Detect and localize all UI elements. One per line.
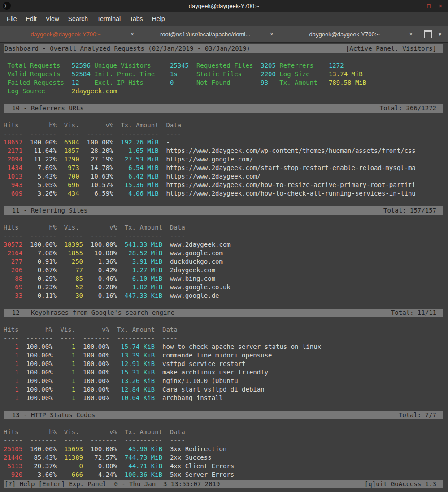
summary-section: Total Requests 52596 Unique Visitors 253…: [4, 61, 443, 96]
terminal-window: ❯_ daygeek@daygeek-Y700:~ _ □ ✕ File Edi…: [0, 0, 448, 492]
tx-amount-cell: 12.91 KiB: [117, 360, 155, 367]
summary-value: 52584: [72, 70, 91, 78]
tab-1-close-icon[interactable]: ✕: [130, 31, 134, 37]
visitors-percent-cell: 0.00%: [91, 462, 117, 470]
summary-value: 12: [72, 79, 91, 86]
column-underlines: ----- ------- ---- ------- ---------- --…: [4, 130, 443, 138]
visitors-percent-cell: 100.00%: [83, 343, 109, 350]
visitors-cell: 250: [64, 258, 83, 265]
summary-label: Log Size: [279, 70, 329, 78]
visitors-cell: 1: [60, 386, 75, 393]
tx-amount-cell: 3.91 MiB: [125, 258, 162, 265]
summary-text: [189, 62, 196, 69]
data-cell: 4xx Client Errors: [170, 462, 234, 470]
table-row: 1 100.00% 1 100.00% 13.26 KiB nginx/1.10…: [4, 377, 443, 385]
table-row: 30572 100.00% 18395 100.00% 541.33 MiB w…: [4, 240, 443, 249]
tab-1[interactable]: daygeek@daygeek-Y700:~ ✕: [0, 26, 139, 42]
footer-bar: [?] Help [Enter] Exp. Panel 0 - Thu Jan …: [4, 480, 443, 488]
hits-percent-cell: 100.00%: [26, 343, 53, 350]
tab-2[interactable]: root@ns1:/usr/local/apache/doml... ✕: [139, 26, 279, 42]
hits-percent-cell: 100.00%: [26, 352, 53, 359]
summary-label: Unique Visitors: [94, 62, 170, 69]
hits-percent-cell: 100.00%: [26, 394, 53, 401]
hits-cell: 33: [4, 292, 22, 299]
active-panel-indicator: [Active Panel: Visitors]: [346, 44, 436, 53]
close-icon[interactable]: ✕: [439, 3, 442, 9]
data-cell: 2daygeek.com: [170, 266, 215, 274]
menu-file[interactable]: File: [2, 14, 22, 24]
data-cell: vsftpd service restart: [162, 360, 245, 367]
panel-header-bar: 11 - Referring SitesTotal: 157/157: [4, 206, 443, 215]
tx-amount-cell: 447.33 KiB: [125, 292, 162, 299]
summary-line: Log Source 2daygeek.com: [4, 87, 443, 96]
summary-label: Static Files: [196, 70, 261, 78]
tx-amount-cell: 44.71 KiB: [125, 462, 162, 470]
tab-list-icon[interactable]: [424, 30, 432, 38]
visitors-cell: 1: [60, 343, 75, 350]
tab-2-close-icon[interactable]: ✕: [270, 31, 274, 37]
table-row: 1 100.00% 1 100.00% 15.74 KiB how to che…: [4, 343, 443, 351]
hits-cell: 1: [4, 352, 19, 359]
tab-3[interactable]: daygeek@daygeek-Y700:~ ✕: [278, 26, 418, 42]
hits-cell: 2164: [4, 249, 22, 257]
hits-percent-cell: 100.00%: [30, 445, 57, 453]
tx-amount-cell: 15.74 KiB: [117, 343, 155, 350]
hits-cell: 1: [4, 386, 19, 393]
data-cell: https://www.2daygeek.com/how-to-check-al…: [166, 190, 416, 197]
summary-label: Tx. Amount: [279, 79, 329, 86]
menu-view[interactable]: View: [41, 14, 64, 24]
visitors-percent-cell: 0.28%: [91, 283, 117, 291]
visitors-percent-cell: 0.46%: [91, 275, 117, 282]
menu-help[interactable]: Help: [148, 14, 170, 24]
tab-dropdown-arrow-icon[interactable]: ▼: [438, 32, 442, 37]
data-cell: how to check apache server status on lin…: [162, 343, 321, 350]
summary-value: 2200: [261, 70, 276, 78]
data-cell: https://www.2daygeek.com/wp-content/them…: [166, 147, 416, 154]
summary-text: [189, 70, 196, 78]
table-row: 25105 100.00% 15693 100.00% 45.90 KiB 3x…: [4, 445, 443, 453]
menu-search[interactable]: Search: [64, 14, 92, 24]
data-cell: archbang install: [162, 394, 223, 401]
titlebar[interactable]: ❯_ daygeek@daygeek-Y700:~ _ □ ✕: [0, 0, 448, 12]
table-row: 920 3.66% 666 4.24% 100.36 KiB 5xx Serve…: [4, 470, 443, 479]
hits-cell: 30572: [4, 241, 22, 248]
hits-percent-cell: 7.08%: [30, 249, 57, 257]
blank-line: [4, 419, 443, 428]
summary-value: 789.58 MiB: [329, 79, 366, 86]
visitors-cell: 85: [64, 275, 83, 282]
menu-terminal[interactable]: Terminal: [92, 14, 125, 24]
visitors-percent-cell: 1.36%: [91, 258, 117, 265]
data-cell: -: [166, 139, 170, 146]
summary-label: Not Found: [196, 79, 261, 86]
column-underlines: ---- ------- ---- ------- ---------- ---…: [4, 334, 443, 343]
maximize-icon[interactable]: □: [427, 3, 431, 9]
table-row: 943 5.05% 696 10.57% 15.36 MiB https://w…: [4, 181, 443, 189]
tab-3-close-icon[interactable]: ✕: [409, 31, 413, 37]
column-underlines: ----- ------- ----- ------- ---------- -…: [4, 436, 443, 445]
blank-line: [4, 300, 443, 309]
visitors-percent-cell: 100.00%: [91, 445, 117, 453]
hits-cell: 1: [4, 343, 19, 350]
table-row: 69 0.23% 52 0.28% 1.02 MiB www.google.co…: [4, 283, 443, 292]
menu-edit[interactable]: Edit: [22, 14, 41, 24]
column-headers: Hits h% Vis. v% Tx. Amount Data: [4, 223, 443, 232]
table-row: 2171 11.64% 1857 28.20% 1.65 MiB https:/…: [4, 147, 443, 155]
terminal-screen[interactable]: Dashboard - Overall Analyzed Requests (0…: [0, 43, 448, 492]
window-controls: _ □ ✕: [415, 3, 448, 9]
menu-tabs[interactable]: Tabs: [125, 14, 148, 24]
summary-label: Requested Files: [196, 62, 261, 69]
tx-amount-cell: 541.33 MiB: [125, 241, 162, 248]
hits-cell: 206: [4, 266, 22, 274]
summary-label: Failed Requests: [4, 79, 72, 86]
data-cell: Cara start vsftpd di debian: [162, 386, 265, 393]
minimize-icon[interactable]: _: [415, 3, 418, 9]
visitors-cell: 973: [64, 164, 79, 171]
window-icon: ❯_: [3, 2, 11, 10]
hits-percent-cell: 11.22%: [30, 156, 57, 163]
tx-amount-cell: 12.84 KiB: [117, 386, 155, 393]
table-row: 1434 7.69% 973 14.78% 6.54 MiB https://w…: [4, 164, 443, 172]
data-cell: www.bing.com: [170, 275, 215, 282]
menubar: File Edit View Search Terminal Tabs Help: [0, 12, 448, 26]
visitors-percent-cell: 100.00%: [87, 139, 113, 146]
table-row: 5113 20.37% 0 0.00% 44.71 KiB 4xx Client…: [4, 462, 443, 470]
